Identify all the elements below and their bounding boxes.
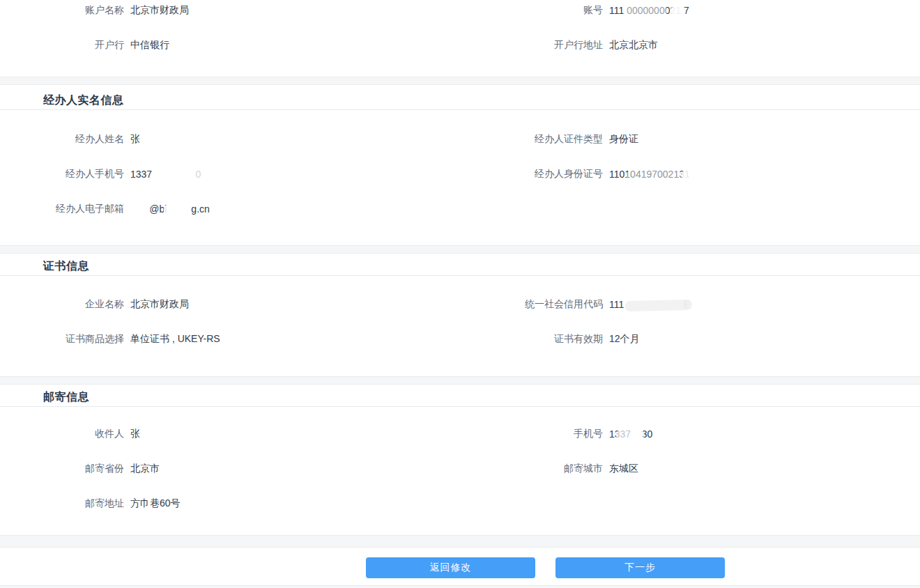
section-divider — [0, 77, 920, 85]
field-value: 张 — [130, 133, 162, 146]
section-title: 证书信息 — [0, 254, 920, 274]
bottom-edge-band — [0, 585, 920, 588]
mail-section-header: 邮寄信息 — [0, 385, 920, 407]
agent-email-field: 经办人电子邮箱 @bi g.cn — [0, 192, 460, 226]
agent-section: 经办人姓名 张 经办人证件类型 身份证 经办人手机号 1337 0 经办人身份证… — [0, 122, 920, 226]
agent-id-number-field: 经办人身份证号 110104197002131 — [460, 157, 920, 192]
field-value: 单位证书 , UKEY-RS — [130, 333, 220, 346]
field-row: 经办人手机号 1337 0 经办人身份证号 110104197002131 — [0, 157, 920, 192]
bank-address-field: 开户行地址 北京北京市 — [460, 28, 920, 63]
field-value: 张 — [130, 428, 159, 440]
field-label: 手机号 — [460, 428, 603, 440]
field-label: 证书有效期 — [460, 333, 603, 346]
agent-section-header: 经办人实名信息 — [0, 86, 920, 110]
field-label: 证书商品选择 — [0, 333, 124, 346]
field-label: 经办人手机号 — [0, 168, 124, 180]
field-label: 邮寄省份 — [0, 463, 124, 475]
field-value: 1337 30 — [609, 428, 652, 440]
agent-name-field: 经办人姓名 张 — [0, 122, 460, 157]
section-title: 经办人实名信息 — [0, 86, 920, 108]
field-value: 1337 0 — [130, 169, 201, 180]
field-row: 企业名称 北京市财政局 统一社会信用代码 111 E — [0, 287, 920, 322]
field-value: 中信银行 — [130, 39, 169, 52]
mail-city-field: 邮寄城市 东城区 — [460, 451, 920, 486]
field-label: 经办人电子邮箱 — [0, 203, 124, 215]
field-value: 北京市 — [130, 463, 160, 475]
section-divider — [0, 245, 920, 254]
recipient-field: 收件人 张 — [0, 417, 460, 451]
field-label: 企业名称 — [0, 298, 124, 311]
footer-divider — [0, 535, 920, 548]
field-label: 账户名称 — [0, 4, 124, 17]
field-label: 统一社会信用代码 — [460, 298, 603, 311]
field-label: 开户行地址 — [460, 39, 603, 52]
mail-section: 收件人 张 手机号 1337 30 邮寄省份 北京市 邮寄城市 东城区 邮寄地址… — [0, 417, 920, 521]
field-value: 北京北京市 — [609, 39, 658, 52]
mail-address-field: 邮寄地址 方巾巷60号 — [0, 486, 460, 521]
field-label: 开户行 — [0, 39, 124, 52]
field-label: 账号 — [460, 4, 603, 17]
field-value: 12个月 — [609, 333, 640, 346]
field-label: 收件人 — [0, 428, 124, 440]
company-name-field: 企业名称 北京市财政局 — [0, 287, 460, 322]
certificate-review-page: 账户名称 北京市财政局 账号 111 0000000021 7 开户行 中信银行… — [0, 0, 920, 588]
next-step-button[interactable]: 下一步 — [555, 557, 725, 578]
field-row: 经办人姓名 张 经办人证件类型 身份证 — [0, 122, 920, 157]
field-label: 经办人姓名 — [0, 133, 124, 146]
field-label: 经办人身份证号 — [460, 168, 603, 180]
field-value: 111 0000000021 7 — [609, 5, 689, 16]
section-divider — [0, 376, 920, 385]
back-modify-button[interactable]: 返回修改 — [366, 557, 535, 578]
account-number-field: 账号 111 0000000021 7 — [460, 0, 920, 28]
mail-province-field: 邮寄省份 北京市 — [0, 451, 460, 486]
field-row: 账户名称 北京市财政局 账号 111 0000000021 7 — [0, 0, 920, 28]
field-value: @bi g.cn — [130, 203, 210, 215]
agent-phone-field: 经办人手机号 1337 0 — [0, 157, 460, 192]
bank-name-field: 开户行 中信银行 — [0, 28, 460, 63]
cert-section-header: 证书信息 — [0, 254, 920, 276]
field-row: 邮寄地址 方巾巷60号 — [0, 486, 920, 521]
field-row: 开户行 中信银行 开户行地址 北京北京市 — [0, 28, 920, 63]
recipient-phone-field: 手机号 1337 30 — [460, 417, 920, 451]
credit-code-field: 统一社会信用代码 111 E — [460, 287, 920, 322]
account-name-field: 账户名称 北京市财政局 — [0, 0, 460, 28]
cert-product-field: 证书商品选择 单位证书 , UKEY-RS — [0, 322, 460, 357]
field-value: 110104197002131 — [609, 169, 696, 180]
agent-id-type-field: 经办人证件类型 身份证 — [460, 122, 920, 157]
field-value: 北京市财政局 — [130, 298, 189, 311]
field-row: 经办人电子邮箱 @bi g.cn — [0, 192, 920, 226]
field-value: 身份证 — [609, 133, 638, 146]
field-row: 证书商品选择 单位证书 , UKEY-RS 证书有效期 12个月 — [0, 322, 920, 357]
field-row: 邮寄省份 北京市 邮寄城市 东城区 — [0, 451, 920, 486]
cert-section: 企业名称 北京市财政局 统一社会信用代码 111 E 证书商品选择 单位证书 ,… — [0, 287, 920, 357]
field-label: 邮寄城市 — [460, 463, 603, 475]
section-title: 邮寄信息 — [0, 385, 920, 405]
field-value: 111 E — [609, 299, 690, 310]
field-label: 经办人证件类型 — [460, 133, 603, 146]
account-section: 账户名称 北京市财政局 账号 111 0000000021 7 开户行 中信银行… — [0, 0, 920, 63]
field-value: 东城区 — [609, 463, 638, 475]
field-value: 北京市财政局 — [130, 4, 189, 17]
cert-validity-field: 证书有效期 12个月 — [460, 322, 920, 357]
field-row: 收件人 张 手机号 1337 30 — [0, 417, 920, 451]
field-label: 邮寄地址 — [0, 497, 124, 510]
field-value: 方巾巷60号 — [130, 497, 181, 510]
